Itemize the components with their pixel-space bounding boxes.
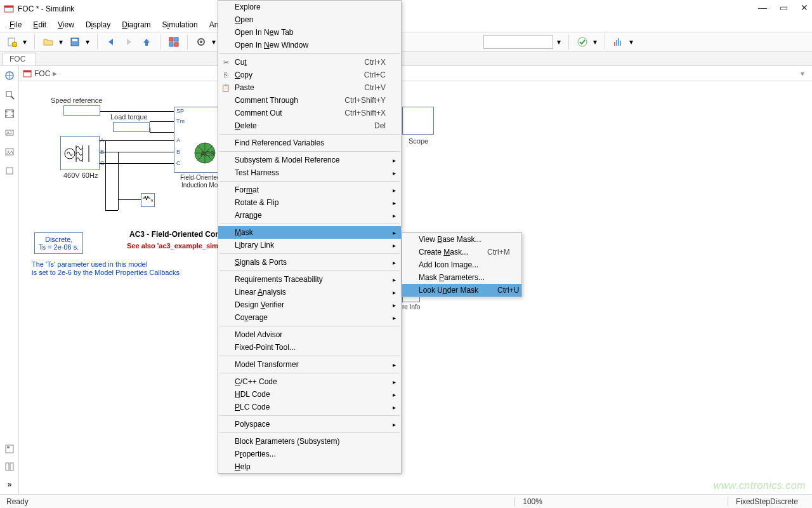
menu-item-copy[interactable]: ⎘CopyCtrl+C: [218, 69, 401, 81]
context-menu[interactable]: ExploreOpenOpen In New TabOpen In New Wi…: [218, 0, 402, 474]
maximize-button[interactable]: ▭: [780, 3, 788, 13]
image-icon[interactable]: [4, 146, 15, 157]
nav-home-icon[interactable]: [4, 70, 15, 81]
menu-file[interactable]: File: [4, 18, 27, 31]
menu-item-mask-parameters-[interactable]: Mask Parameters...: [402, 271, 521, 284]
foc-drive-block[interactable]: [174, 107, 221, 173]
save-button[interactable]: [68, 35, 82, 49]
status-zoom[interactable]: 100%: [514, 497, 550, 506]
menu-item-paste[interactable]: 📋PasteCtrl+V: [218, 81, 401, 94]
status-solver[interactable]: FixedStepDiscrete: [728, 497, 806, 506]
block-icon[interactable]: [4, 165, 15, 177]
menu-item-look-under-mask[interactable]: Look Under MaskCtrl+U: [402, 284, 521, 297]
record-button[interactable]: [612, 35, 625, 49]
menu-item-format[interactable]: Format▸: [218, 184, 401, 196]
back-button[interactable]: [104, 35, 118, 49]
menu-item-find-referenced-variables[interactable]: Find Referenced Variables: [218, 137, 401, 149]
dropdown-icon[interactable]: ▾: [557, 37, 562, 46]
properties-icon[interactable]: [4, 461, 15, 472]
svg-point-17: [578, 37, 587, 46]
menu-item-fixed-point-tool-[interactable]: Fixed-Point Tool...: [218, 341, 401, 354]
close-button[interactable]: ✕: [801, 3, 808, 13]
menu-item-arrange[interactable]: Arrange▸: [218, 209, 401, 222]
settings-button[interactable]: [194, 35, 208, 49]
menu-item-requirements-traceability[interactable]: Requirements Traceability▸: [218, 273, 401, 286]
stop-time-combo[interactable]: [483, 35, 553, 49]
up-button[interactable]: [140, 35, 154, 49]
menu-item-mask[interactable]: Mask▸: [218, 226, 401, 239]
menu-item-open[interactable]: Open: [218, 13, 401, 26]
open-button[interactable]: [41, 35, 55, 49]
dropdown-icon[interactable]: ▾: [212, 37, 217, 46]
menu-item-delete[interactable]: DeleteDel: [218, 119, 401, 132]
port-a2: A: [176, 137, 180, 144]
port-tm: Tm: [176, 118, 185, 124]
model-browser-icon[interactable]: [4, 443, 15, 455]
expand-icon[interactable]: »: [4, 479, 15, 490]
minimize-button[interactable]: —: [758, 3, 767, 13]
left-toolbar: A≡ »: [0, 66, 19, 494]
menu-item-hdl-code[interactable]: HDL Code▸: [218, 388, 401, 401]
breadcrumb-model[interactable]: FOC: [34, 69, 50, 78]
speed-ref-block[interactable]: [63, 105, 100, 116]
menu-item-test-harness[interactable]: Test Harness▸: [218, 166, 401, 179]
menu-edit[interactable]: Edit: [27, 18, 52, 31]
model-title: AC3 - Field-Oriented Contr: [129, 230, 225, 239]
menu-item-library-link[interactable]: Library Link▸: [218, 239, 401, 251]
menu-item-add-icon-image-[interactable]: Add Icon Image...: [402, 258, 521, 271]
annotation-icon[interactable]: A≡: [4, 127, 15, 138]
forward-button[interactable]: [122, 35, 136, 49]
menu-item-help[interactable]: Help: [218, 460, 401, 473]
menu-item-create-mask-[interactable]: Create Mask...Ctrl+M: [402, 246, 521, 258]
zoom-in-icon[interactable]: [4, 89, 15, 100]
toolbar: ▾ ▾ ▾ ▾ ▾ ▾ ▾ ▾: [0, 32, 812, 52]
voltage-meter-block[interactable]: v: [141, 193, 155, 207]
tab-foc[interactable]: FOC: [3, 53, 36, 65]
menu-item-linear-analysis[interactable]: Linear Analysis▸: [218, 286, 401, 298]
dropdown-icon[interactable]: ▾: [86, 37, 91, 46]
dropdown-icon[interactable]: ▾: [593, 37, 598, 46]
menu-item-rotate-flip[interactable]: Rotate & Flip▸: [218, 196, 401, 209]
menu-item-polyspace[interactable]: Polyspace▸: [218, 418, 401, 431]
dropdown-icon[interactable]: ▾: [801, 69, 808, 78]
context-submenu-mask[interactable]: View Base Mask...Create Mask...Ctrl+MAdd…: [402, 232, 522, 297]
menu-item-cut[interactable]: ✂CutCtrl+X: [218, 56, 401, 69]
menu-display[interactable]: Display: [80, 18, 116, 31]
menu-view[interactable]: View: [52, 18, 80, 31]
menu-item-design-verifier[interactable]: Design Verifier▸: [218, 298, 401, 311]
menu-item-comment-out[interactable]: Comment OutCtrl+Shift+X: [218, 107, 401, 119]
menu-item-model-advisor[interactable]: Model Advisor: [218, 328, 401, 341]
new-model-button[interactable]: [5, 35, 19, 49]
tab-strip: FOC: [0, 52, 812, 66]
svg-rect-31: [6, 445, 13, 453]
menu-item-open-in-new-window[interactable]: Open In New Window: [218, 39, 401, 51]
menu-item-plc-code[interactable]: PLC Code▸: [218, 401, 401, 413]
menu-item-open-in-new-tab[interactable]: Open In New Tab: [218, 26, 401, 39]
dropdown-icon[interactable]: ▾: [23, 37, 28, 46]
menu-item-view-base-mask-[interactable]: View Base Mask...: [402, 233, 521, 246]
scope-block[interactable]: [402, 107, 434, 135]
menu-item-signals-ports[interactable]: Signals & Ports▸: [218, 256, 401, 269]
library-browser-button[interactable]: [167, 35, 181, 49]
svg-point-3: [12, 42, 17, 47]
menu-item-coverage[interactable]: Coverage▸: [218, 311, 401, 324]
menu-item-explore[interactable]: Explore: [218, 1, 401, 13]
menu-item-comment-through[interactable]: Comment ThroughCtrl+Shift+Y: [218, 94, 401, 107]
menu-item-c-c-code[interactable]: C/C++ Code▸: [218, 375, 401, 388]
menu-diagram[interactable]: Diagram: [116, 18, 156, 31]
menu-item-block-parameters-subsystem-[interactable]: Block Parameters (Subsystem): [218, 435, 401, 448]
model-icon: [23, 69, 32, 78]
check-button[interactable]: [575, 35, 589, 49]
svg-rect-34: [10, 463, 13, 471]
menu-simulation[interactable]: Simulation: [157, 18, 204, 31]
info-label: re Info: [402, 304, 420, 311]
source-block[interactable]: [60, 136, 100, 170]
dropdown-icon[interactable]: ▾: [59, 37, 64, 46]
fit-view-icon[interactable]: [4, 108, 15, 119]
dropdown-icon[interactable]: ▾: [629, 37, 634, 46]
discrete-annotation[interactable]: Discrete, Ts = 2e-06 s.: [34, 232, 83, 254]
load-torque-block[interactable]: [113, 122, 150, 132]
menu-item-model-transformer[interactable]: Model Transformer▸: [218, 358, 401, 371]
menu-item-subsystem-model-reference[interactable]: Subsystem & Model Reference▸: [218, 154, 401, 166]
menu-item-properties-[interactable]: Properties...: [218, 448, 401, 460]
